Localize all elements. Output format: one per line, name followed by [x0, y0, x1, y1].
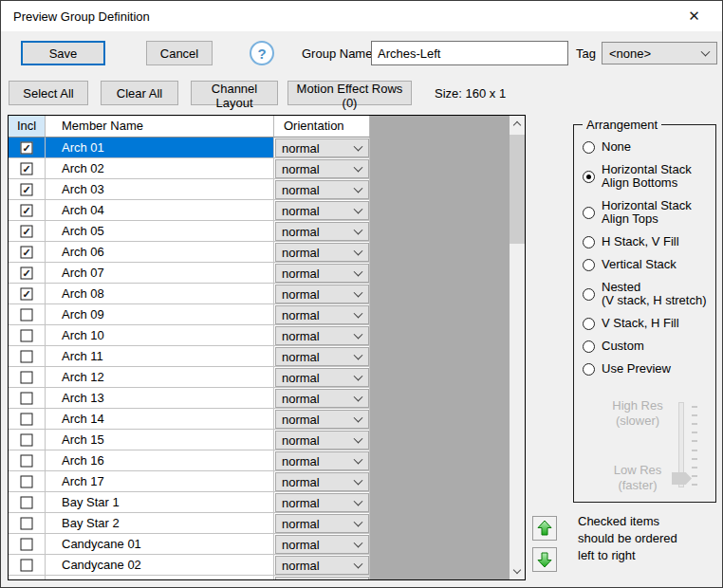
member-name-cell[interactable]: Arch 06 — [46, 242, 274, 263]
close-icon[interactable]: ✕ — [673, 1, 715, 30]
orientation-dropdown[interactable]: normal — [275, 347, 369, 366]
member-name-cell[interactable]: Arch 02 — [46, 158, 274, 179]
table-row[interactable]: Arch 06 normal — [9, 242, 370, 263]
table-row[interactable]: Arch 10 normal — [9, 325, 370, 346]
table-row[interactable]: Arch 15 normal — [9, 430, 370, 450]
table-row[interactable]: Arch 12 normal — [9, 367, 370, 388]
member-name-cell[interactable]: Arch 05 — [46, 221, 274, 242]
arrangement-option[interactable]: None — [583, 140, 707, 154]
help-icon[interactable]: ? — [250, 41, 274, 65]
row-checkbox[interactable] — [21, 559, 33, 571]
arrangement-option[interactable]: Use Preview — [583, 362, 707, 376]
cancel-button[interactable]: Cancel — [146, 41, 213, 65]
member-name-cell[interactable]: Arch 15 — [46, 430, 274, 450]
column-header-orientation[interactable]: Orientation — [274, 116, 370, 138]
orientation-dropdown[interactable]: normal — [275, 472, 369, 491]
row-checkbox[interactable] — [21, 538, 33, 550]
table-row[interactable]: Arch 11 normal — [9, 346, 370, 367]
member-name-cell[interactable]: Arch 14 — [46, 409, 274, 430]
scrollbar-down-icon[interactable] — [510, 563, 525, 579]
move-up-button[interactable] — [532, 516, 557, 541]
column-header-member-name[interactable]: Member Name — [46, 116, 274, 138]
table-row[interactable]: Bay Star 1 normal — [9, 492, 370, 513]
member-name-cell[interactable]: Arch 11 — [46, 346, 274, 367]
orientation-dropdown[interactable]: normal — [275, 180, 369, 199]
orientation-dropdown[interactable]: normal — [275, 493, 369, 512]
orientation-dropdown[interactable]: normal — [275, 305, 369, 324]
arrangement-option[interactable]: Vertical Stack — [583, 258, 707, 271]
row-checkbox[interactable] — [21, 517, 33, 529]
table-row[interactable] — [9, 576, 370, 580]
table-row[interactable]: Arch 03 normal — [9, 179, 370, 200]
orientation-dropdown[interactable]: normal — [275, 410, 369, 429]
row-checkbox[interactable] — [21, 266, 33, 279]
row-checkbox[interactable] — [21, 246, 33, 258]
column-header-incl[interactable]: Incl — [9, 116, 46, 138]
member-name-cell[interactable]: Bay Star 1 — [46, 492, 274, 513]
table-row[interactable]: Candycane 02 normal — [9, 555, 370, 576]
grid-scrollbar[interactable] — [510, 116, 525, 579]
row-checkbox[interactable] — [21, 204, 33, 216]
row-checkbox[interactable] — [21, 225, 33, 237]
scrollbar-up-icon[interactable] — [510, 116, 525, 132]
orientation-dropdown[interactable]: normal — [275, 368, 369, 387]
motion-effect-rows-button[interactable]: Motion Effect Rows (0) — [287, 81, 412, 105]
member-name-cell[interactable]: Arch 09 — [46, 304, 274, 325]
row-checkbox[interactable] — [21, 579, 33, 580]
table-row[interactable]: Arch 05 normal — [9, 221, 370, 242]
orientation-dropdown[interactable]: normal — [275, 285, 369, 303]
member-name-cell[interactable]: Candycane 02 — [46, 555, 274, 576]
orientation-dropdown[interactable]: normal — [275, 138, 369, 157]
orientation-dropdown[interactable] — [275, 577, 369, 580]
member-name-cell[interactable] — [46, 576, 274, 580]
row-checkbox[interactable] — [21, 162, 33, 175]
row-checkbox[interactable] — [21, 413, 33, 425]
member-name-cell[interactable]: Arch 03 — [46, 179, 274, 200]
orientation-dropdown[interactable]: normal — [275, 326, 369, 345]
save-button[interactable]: Save — [21, 41, 105, 65]
row-checkbox[interactable] — [21, 454, 33, 467]
member-name-cell[interactable]: Arch 07 — [46, 263, 274, 284]
row-checkbox[interactable] — [21, 287, 33, 300]
row-checkbox[interactable] — [21, 183, 33, 195]
arrangement-option[interactable]: Horizontal Stack Align Tops — [583, 199, 707, 226]
radio-icon[interactable] — [583, 259, 595, 271]
orientation-dropdown[interactable]: normal — [275, 451, 369, 470]
member-name-cell[interactable]: Arch 08 — [46, 284, 274, 304]
orientation-dropdown[interactable]: normal — [275, 243, 369, 262]
orientation-dropdown[interactable]: normal — [275, 389, 369, 408]
scrollbar-thumb[interactable] — [510, 135, 525, 244]
table-row[interactable]: Arch 01 normal — [9, 138, 370, 158]
table-row[interactable]: Arch 07 normal — [9, 263, 370, 284]
orientation-dropdown[interactable]: normal — [275, 514, 369, 533]
move-down-button[interactable] — [532, 547, 557, 572]
tag-dropdown[interactable]: <none> — [602, 42, 717, 64]
table-row[interactable]: Arch 09 normal — [9, 304, 370, 325]
table-row[interactable]: Arch 16 normal — [9, 450, 370, 471]
radio-icon[interactable] — [583, 207, 595, 219]
table-row[interactable]: Arch 04 normal — [9, 200, 370, 221]
radio-icon[interactable] — [583, 236, 595, 248]
row-checkbox[interactable] — [21, 496, 33, 508]
radio-icon[interactable] — [583, 363, 595, 376]
radio-icon[interactable] — [583, 318, 595, 330]
orientation-dropdown[interactable]: normal — [275, 535, 369, 554]
row-checkbox[interactable] — [21, 329, 33, 341]
arrangement-option[interactable]: V Stack, H Fill — [583, 317, 707, 330]
row-checkbox[interactable] — [21, 371, 33, 383]
table-row[interactable]: Arch 08 normal — [9, 284, 370, 304]
orientation-dropdown[interactable]: normal — [275, 159, 369, 178]
orientation-dropdown[interactable]: normal — [275, 556, 369, 575]
select-all-button[interactable]: Select All — [9, 81, 88, 105]
radio-icon[interactable] — [583, 340, 595, 353]
member-name-cell[interactable]: Arch 01 — [46, 138, 274, 158]
member-name-cell[interactable]: Arch 13 — [46, 388, 274, 409]
row-checkbox[interactable] — [21, 475, 33, 487]
table-row[interactable]: Arch 13 normal — [9, 388, 370, 409]
member-name-cell[interactable]: Arch 12 — [46, 367, 274, 388]
orientation-dropdown[interactable]: normal — [275, 201, 369, 220]
arrangement-option[interactable]: Nested (V stack, H stretch) — [583, 281, 707, 307]
table-row[interactable]: Candycane 01 normal — [9, 534, 370, 555]
member-name-cell[interactable]: Candycane 01 — [46, 534, 274, 555]
group-name-input[interactable] — [371, 41, 568, 65]
